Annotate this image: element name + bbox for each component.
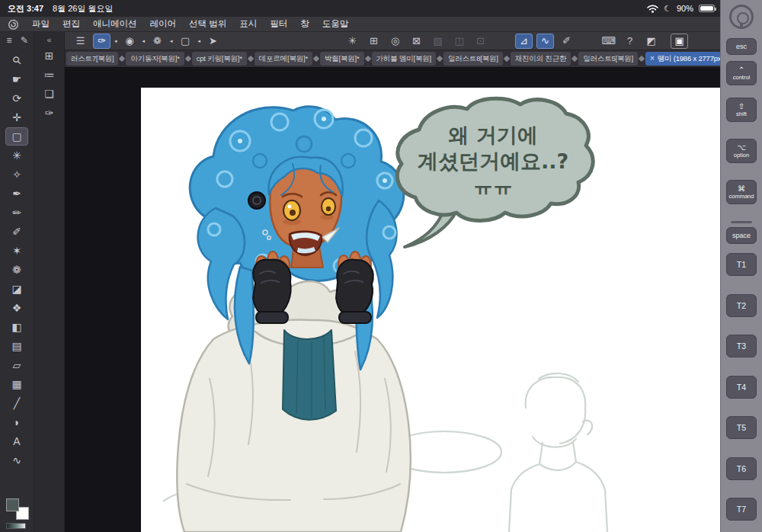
selection-subtool-icon[interactable]: ▢ [177, 34, 194, 49]
pen-subtool-icon[interactable]: ✑ [93, 34, 110, 49]
spray-tool-icon[interactable]: ✳ [344, 34, 361, 49]
figure-tool[interactable]: ▱ [5, 356, 28, 374]
ruler-tool[interactable]: ╱ [5, 394, 28, 412]
collapse-panel-icon[interactable]: « [46, 34, 51, 46]
eraser-tool[interactable]: ◪ [5, 280, 28, 298]
menu-selection[interactable]: 선택 범위 [189, 18, 226, 30]
app-logo-icon[interactable] [8, 19, 19, 30]
tab-separator [572, 56, 578, 62]
airbrush-tool[interactable]: ✶ [5, 242, 28, 260]
auto-select-tool[interactable]: ✳ [5, 146, 28, 165]
edge-keyboard: esc ⌃ control ⇧ shift ⌥ option ⌘ command… [720, 0, 762, 532]
focus-moon-icon: ☾ [664, 4, 671, 14]
t1-key[interactable]: T1 [726, 253, 757, 276]
primary-color-swatch[interactable] [6, 498, 19, 511]
t3-key[interactable]: T3 [726, 335, 757, 357]
subtool-caret-icon[interactable]: ◂ [198, 38, 201, 44]
menu-window[interactable]: 창 [300, 18, 309, 30]
document-tab[interactable]: 박쥘[복원]* [320, 52, 364, 66]
fill-tool[interactable]: ◧ [5, 318, 28, 336]
text-tool[interactable]: A [5, 432, 28, 450]
speech-line-2: 계셨던거예요..? [418, 149, 568, 173]
tab-separator [119, 56, 125, 62]
screen-tone-icon[interactable]: ◩ [642, 34, 660, 49]
artwork-illustration: 왜 거기에 계셨던거예요..? ㅠㅠ [141, 88, 720, 532]
decoration-tool[interactable]: ❁ [5, 261, 28, 279]
brush-size-panel-icon[interactable]: ✑ [39, 104, 60, 122]
shift-symbol-icon: ⇧ [738, 102, 744, 111]
document-tab[interactable]: 아기동자[복원]* [126, 52, 184, 66]
esc-key[interactable]: esc [726, 38, 757, 55]
hamburger-menu-icon[interactable]: ☰ [72, 34, 89, 49]
menu-view[interactable]: 표시 [239, 18, 257, 30]
document-tab[interactable]: 채진이의 친근한 [511, 52, 572, 66]
space-key[interactable]: space [726, 227, 757, 244]
duplicate-disabled-icon: ⊡ [472, 34, 489, 49]
tool-edit-icon[interactable]: ✎ [18, 34, 31, 47]
balloon-tool[interactable]: ◗ [5, 413, 28, 431]
layer-panel-icon[interactable]: ❏ [39, 85, 60, 103]
document-tab[interactable]: 러스트7[복원] [66, 52, 118, 66]
curve-correction-icon[interactable]: ∿ [536, 34, 554, 49]
tab-separator [184, 56, 190, 62]
loupe-tool-icon[interactable]: ◎ [386, 34, 404, 49]
option-symbol-icon: ⌥ [737, 143, 746, 152]
document-tab[interactable]: 가히블 멤미[복원] [372, 52, 436, 66]
color-history-strip[interactable] [6, 523, 26, 529]
gradient-tool[interactable]: ▤ [5, 337, 28, 355]
menu-edit[interactable]: 편집 [62, 18, 80, 30]
subtool-detail-panel-icon[interactable]: ≔ [39, 66, 60, 84]
battery-percent: 90% [677, 4, 693, 13]
palette-menu-icon[interactable]: ≡ [2, 34, 16, 47]
decoration-subtool-icon[interactable]: ❁ [149, 34, 166, 49]
right-gloved-hand [336, 252, 373, 323]
eyedropper-tool[interactable]: ✧ [5, 165, 28, 184]
document-tab[interactable]: 일러스트5[복원] [578, 52, 638, 66]
character [177, 107, 410, 532]
shift-key[interactable]: ⇧ shift [726, 98, 757, 122]
t4-key[interactable]: T4 [726, 376, 757, 399]
t7-key[interactable]: T7 [726, 498, 757, 521]
command-key[interactable]: ⌘ command [726, 180, 757, 204]
menu-file[interactable]: 파일 [32, 18, 50, 30]
option-key[interactable]: ⌥ option [726, 139, 757, 163]
line-correction-tool[interactable]: ∿ [5, 451, 28, 470]
canvas[interactable]: 왜 거기에 계셨던거예요..? ㅠㅠ [141, 88, 720, 532]
document-tab[interactable]: 일러스트8[복원] [443, 52, 503, 66]
rotate-canvas-tool[interactable]: ⟳ [5, 89, 28, 107]
object-subtool-icon[interactable]: ➤ [204, 34, 222, 49]
quick-access-panel-icon[interactable]: ⊞ [39, 46, 60, 65]
marquee-select-tool[interactable]: ▢ [5, 127, 28, 146]
pencil-tool[interactable]: ✏ [5, 204, 28, 222]
mesh-transform-icon[interactable]: ⊞ [365, 34, 383, 49]
document-tab[interactable]: 데포르메[복원]* [255, 52, 312, 66]
document-tab[interactable]: cpt 키링[복원]* [192, 52, 247, 66]
tab-close-icon[interactable]: × [650, 55, 655, 62]
edge-keyboard-toggle-icon[interactable]: ⌨ [600, 34, 617, 49]
menu-animation[interactable]: 애니메이션 [93, 18, 137, 30]
menu-help[interactable]: 도움말 [322, 18, 349, 30]
airbrush-subtool-icon[interactable]: ◉ [121, 34, 139, 49]
menu-layer[interactable]: 레이어 [150, 18, 177, 30]
blend-tool[interactable]: ❖ [5, 299, 28, 317]
t6-key[interactable]: T6 [726, 457, 757, 480]
date: 8월 26일 월요일 [53, 3, 113, 14]
frame-border-tool[interactable]: ▦ [5, 375, 28, 393]
control-key[interactable]: ⌃ control [726, 61, 757, 85]
panel-drag-handle[interactable] [731, 221, 752, 223]
menu-filter[interactable]: 필터 [270, 18, 287, 30]
edge-keyboard-dial[interactable] [729, 5, 754, 29]
t5-key[interactable]: T5 [726, 416, 757, 439]
move-tool[interactable]: ✛ [5, 108, 28, 127]
slant-pencil-icon[interactable]: ✐ [558, 34, 575, 49]
shortcut-help-icon[interactable]: ? [621, 34, 639, 49]
fullscreen-toggle-icon[interactable]: ▣ [671, 34, 688, 49]
polyline-correction-icon[interactable]: ⊿ [515, 34, 533, 49]
subtool-caret-icon[interactable]: ◂ [170, 38, 173, 44]
crop-frame-icon[interactable]: ⊠ [408, 34, 425, 49]
brush-tool[interactable]: ✐ [5, 223, 28, 241]
subtool-caret-icon[interactable]: ◂ [142, 38, 146, 44]
t2-key[interactable]: T2 [726, 294, 757, 317]
subtool-caret-icon[interactable]: ◂ [114, 38, 117, 44]
pen-tool[interactable]: ✒ [5, 184, 28, 203]
